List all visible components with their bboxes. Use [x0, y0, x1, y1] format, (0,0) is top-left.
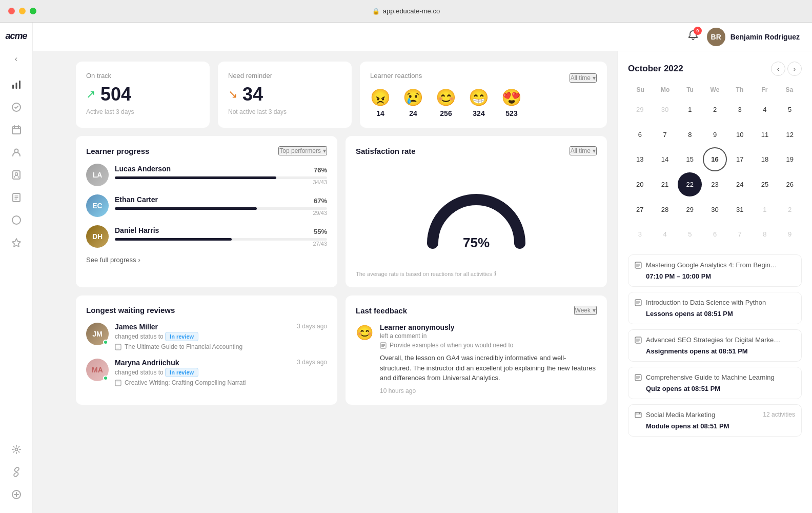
cal-day-10[interactable]: 10: [728, 123, 752, 147]
sidebar-item-settings[interactable]: [5, 439, 28, 460]
cal-day-3-next[interactable]: 3: [628, 223, 652, 247]
on-track-label: On track: [86, 72, 199, 80]
calendar-days: 29 30 1 2 3 4 5 6 7 8 9 10 11 12 13: [628, 97, 802, 246]
cal-day-24[interactable]: 24: [728, 172, 752, 196]
sidebar-back-button[interactable]: ‹: [5, 50, 28, 68]
cal-day-16-today[interactable]: 16: [703, 147, 727, 171]
sidebar-item-reports[interactable]: [5, 187, 28, 208]
sidebar-item-add[interactable]: [5, 484, 28, 505]
cal-day-17[interactable]: 17: [728, 147, 752, 171]
url-bar: 🔒 app.educate-me.co: [372, 7, 440, 15]
cal-day-6-next[interactable]: 6: [703, 223, 727, 247]
dashboard-main: On track ↗ 504 Active last 3 days Need r…: [66, 51, 617, 513]
cal-day-26[interactable]: 26: [778, 172, 802, 196]
cal-day-2-next[interactable]: 2: [778, 198, 802, 222]
cal-day-25[interactable]: 25: [753, 172, 777, 196]
cal-day-8[interactable]: 8: [678, 123, 702, 147]
sidebar-item-contacts[interactable]: [5, 165, 28, 185]
learner-item-daniel: DH Daniel Harris 55% 27/43: [86, 225, 327, 248]
cal-day-5[interactable]: 5: [778, 97, 802, 122]
svg-rect-19: [635, 412, 641, 418]
reactions-filter[interactable]: All time ▾: [570, 73, 597, 83]
cal-day-1[interactable]: 1: [678, 97, 702, 122]
cal-day-12[interactable]: 12: [778, 123, 802, 147]
right-panel: October 2022 ‹ › Su Mo Tu We Th Fr Sa: [617, 51, 812, 513]
cal-day-11[interactable]: 11: [753, 123, 777, 147]
cal-day-13[interactable]: 13: [628, 147, 652, 171]
learner-info-lucas: Lucas Anderson 76% 34/43: [115, 165, 327, 185]
cal-day-21[interactable]: 21: [653, 172, 677, 196]
notifications-button[interactable]: 9: [687, 30, 699, 44]
feedback-emoji: 😊: [356, 324, 374, 394]
svg-rect-0: [12, 85, 14, 89]
user-avatar: BR: [707, 28, 725, 46]
cal-day-29-prev[interactable]: 29: [628, 97, 652, 122]
cal-day-30-prev[interactable]: 30: [653, 97, 677, 122]
event-card-datascience[interactable]: Introduction to Data Science with Python…: [628, 292, 802, 324]
trend-down-icon: ↘: [228, 88, 237, 101]
minimize-button[interactable]: [19, 8, 26, 14]
sidebar-item-courses[interactable]: [5, 97, 28, 117]
online-indicator-maryna: [103, 376, 108, 381]
review-avatar-maryna: MA: [86, 359, 109, 381]
sidebar-item-star[interactable]: [5, 232, 28, 253]
see-full-progress[interactable]: See full progress ›: [86, 256, 327, 264]
cal-day-29[interactable]: 29: [678, 198, 702, 222]
user-menu[interactable]: BR Benjamin Rodriguez: [707, 28, 800, 46]
cal-day-19[interactable]: 19: [778, 147, 802, 171]
cal-day-27[interactable]: 27: [628, 198, 652, 222]
cal-day-28[interactable]: 28: [653, 198, 677, 222]
sidebar-item-analytics[interactable]: [5, 74, 28, 95]
cal-day-9[interactable]: 9: [703, 123, 727, 147]
gauge-container: 75%: [356, 164, 597, 266]
sidebar-item-link[interactable]: [5, 462, 28, 482]
header-right: 9 BR Benjamin Rodriguez: [687, 28, 800, 46]
cal-day-15[interactable]: 15: [678, 147, 702, 171]
cal-day-30[interactable]: 30: [703, 198, 727, 222]
svg-point-10: [15, 448, 17, 451]
maximize-button[interactable]: [30, 8, 36, 14]
sidebar-item-circle[interactable]: [5, 210, 28, 230]
learner-avatar-daniel: DH: [86, 225, 109, 248]
cal-day-7[interactable]: 7: [653, 123, 677, 147]
on-track-value: 504: [100, 84, 131, 105]
cal-day-9-next[interactable]: 9: [778, 223, 802, 247]
learner-progress-filter[interactable]: Top performers ▾: [278, 146, 327, 155]
cal-day-7-next[interactable]: 7: [728, 223, 752, 247]
cal-day-6[interactable]: 6: [628, 123, 652, 147]
feedback-filter[interactable]: Week ▾: [574, 306, 597, 315]
cal-day-23[interactable]: 23: [703, 172, 727, 196]
learner-avatar-lucas: LA: [86, 164, 109, 186]
review-item-james: JM James Miller 3 days ago changed statu…: [86, 323, 327, 350]
titlebar: 🔒 app.educate-me.co: [0, 0, 812, 23]
cal-day-18[interactable]: 18: [753, 147, 777, 171]
event-card-ga4[interactable]: Mastering Google Analytics 4: From Begin…: [628, 254, 802, 287]
cal-day-22-selected[interactable]: 22: [678, 172, 702, 196]
cal-day-8-next[interactable]: 8: [753, 223, 777, 247]
cal-day-20[interactable]: 20: [628, 172, 652, 196]
need-reminder-sub: Not active last 3 days: [228, 108, 341, 115]
learner-item-ethan: EC Ethan Carter 67% 29/43: [86, 194, 327, 217]
cal-day-2[interactable]: 2: [703, 97, 727, 122]
event-card-ml[interactable]: Comprehensive Guide to Machine Learning …: [628, 367, 802, 399]
user-name: Benjamin Rodriguez: [730, 33, 800, 41]
calendar-prev-button[interactable]: ‹: [771, 62, 785, 76]
event-card-social[interactable]: Social Media Marketing 12 activities Mod…: [628, 404, 802, 437]
cal-day-3[interactable]: 3: [728, 97, 752, 122]
app-container: acme ‹: [0, 23, 812, 513]
event-icon-social: [635, 411, 642, 420]
cal-day-1-next[interactable]: 1: [753, 198, 777, 222]
cal-day-4-next[interactable]: 4: [653, 223, 677, 247]
lock-icon: 🔒: [372, 8, 380, 15]
close-button[interactable]: [8, 8, 15, 14]
sidebar-item-calendar[interactable]: [5, 120, 28, 140]
cal-day-5-next[interactable]: 5: [678, 223, 702, 247]
cal-day-31[interactable]: 31: [728, 198, 752, 222]
calendar-next-button[interactable]: ›: [787, 62, 802, 76]
sidebar-item-users[interactable]: [5, 142, 28, 163]
cal-day-4[interactable]: 4: [753, 97, 777, 122]
url-text: app.educate-me.co: [383, 7, 440, 15]
satisfaction-filter[interactable]: All time ▾: [570, 146, 597, 155]
cal-day-14[interactable]: 14: [653, 147, 677, 171]
event-card-seo[interactable]: Advanced SEO Strategies for Digital Mark…: [628, 329, 802, 362]
